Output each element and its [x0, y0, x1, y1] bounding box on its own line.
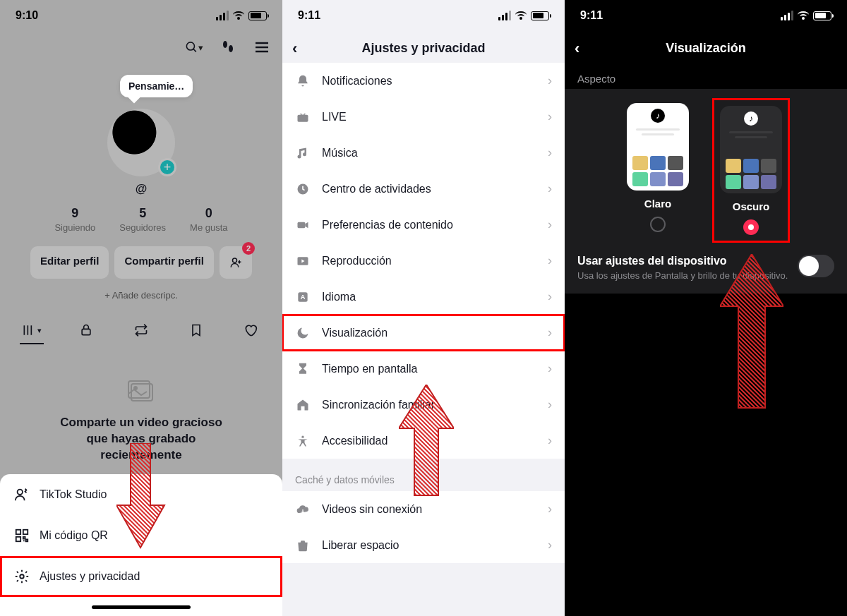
settings-item-label: Música — [322, 147, 536, 159]
bell-icon — [295, 74, 311, 88]
svg-point-2 — [229, 45, 233, 52]
wifi-icon — [798, 11, 809, 20]
tab-repost[interactable] — [114, 316, 169, 344]
add-story-icon[interactable]: + — [158, 158, 176, 176]
settings-item-cloud[interactable]: Videos sin conexión › — [282, 491, 565, 527]
section-cache-header: Caché y datos móviles — [282, 459, 565, 491]
settings-item-label: Tiempo en pantalla — [322, 363, 536, 375]
tab-private[interactable] — [59, 316, 114, 344]
settings-item-label: Idioma — [322, 291, 536, 303]
settings-item-label: Reproducción — [322, 255, 536, 267]
phone-display-screen: 9:11 ‹ Visualización Aspecto ♪ Claro ♪ — [565, 0, 847, 616]
stat-followers[interactable]: 5Seguidores — [119, 206, 166, 234]
theme-dark-preview: ♪ — [720, 106, 782, 193]
use-device-settings-row: Usar ajustes del dispositivo Usa los aju… — [565, 245, 847, 294]
hamburger-icon[interactable] — [253, 38, 271, 56]
device-settings-title: Usar ajustes del dispositivo — [577, 255, 789, 267]
svg-rect-13 — [298, 114, 308, 121]
play-icon — [295, 254, 311, 268]
theme-light-radio[interactable] — [650, 217, 666, 232]
moon-icon — [295, 326, 311, 340]
footprint-icon[interactable] — [219, 38, 237, 56]
svg-rect-15 — [298, 222, 306, 227]
settings-item-lang[interactable]: A Idioma › — [282, 279, 565, 315]
share-profile-button[interactable]: Compartir perfil — [114, 246, 214, 279]
back-button[interactable]: ‹ — [575, 40, 579, 58]
settings-item-music[interactable]: Música › — [282, 135, 565, 171]
settings-item-bell[interactable]: Notificaciones › — [282, 63, 565, 99]
settings-item-play[interactable]: Reproducción › — [282, 243, 565, 279]
clock: 9:11 — [298, 9, 320, 22]
settings-item-access[interactable]: Accesibilidad › — [282, 423, 565, 459]
bottom-sheet: TikTok Studio Mi código QR Ajustes y pri… — [0, 474, 282, 616]
chevron-right-icon: › — [548, 73, 552, 88]
theme-light-label: Claro — [644, 198, 671, 210]
chevron-right-icon: › — [548, 502, 552, 517]
settings-item-clock[interactable]: Centro de actividades › — [282, 171, 565, 207]
svg-point-1 — [223, 41, 227, 48]
music-icon — [295, 146, 311, 160]
video-icon — [295, 218, 311, 232]
wifi-icon — [233, 11, 244, 20]
chevron-right-icon: › — [548, 109, 552, 124]
settings-item-label: Videos sin conexión — [322, 503, 536, 516]
profile-actions: Editar perfil Compartir perfil 2 — [0, 246, 282, 279]
add-friends-button[interactable]: 2 — [220, 246, 252, 279]
settings-item-live[interactable]: LIVE › — [282, 99, 565, 135]
search-icon[interactable]: ▾ — [185, 38, 203, 56]
sheet-settings-privacy[interactable]: Ajustes y privacidad — [0, 556, 282, 597]
tab-liked[interactable] — [223, 316, 278, 344]
thought-bubble[interactable]: Pensamie… — [120, 75, 193, 97]
chevron-right-icon: › — [548, 253, 552, 268]
settings-item-moon[interactable]: Visualización › — [282, 315, 565, 351]
theme-light[interactable]: ♪ Claro — [627, 103, 689, 238]
back-button[interactable]: ‹ — [292, 40, 297, 58]
stat-likes[interactable]: 0Me gusta — [190, 206, 227, 234]
chevron-right-icon: › — [548, 217, 552, 232]
theme-dark[interactable]: ♪ Oscuro — [717, 103, 785, 238]
lang-icon: A — [295, 290, 311, 304]
access-icon — [295, 434, 311, 448]
settings-list: Notificaciones › LIVE › Música › Centro … — [282, 63, 565, 459]
device-settings-toggle[interactable] — [798, 255, 834, 277]
settings-item-home[interactable]: Sincronización familiar › — [282, 387, 565, 423]
profile-stats: 9Siguiendo 5Seguidores 0Me gusta — [0, 206, 282, 234]
svg-rect-10 — [23, 530, 28, 534]
battery-icon — [248, 11, 267, 20]
tab-grid[interactable]: ▾ — [4, 316, 59, 344]
svg-point-12 — [20, 574, 24, 579]
status-bar: 9:11 — [282, 0, 565, 31]
trash-icon — [295, 538, 311, 552]
cellular-icon — [498, 11, 511, 20]
sheet-tiktok-studio[interactable]: TikTok Studio — [0, 474, 282, 515]
svg-point-0 — [186, 42, 194, 50]
theme-chooser: ♪ Claro ♪ Oscuro — [565, 89, 847, 245]
sheet-qr-code[interactable]: Mi código QR — [0, 515, 282, 556]
svg-rect-4 — [83, 329, 91, 334]
stat-following[interactable]: 9Siguiendo — [54, 206, 95, 234]
tab-bookmark[interactable] — [169, 316, 224, 344]
photo-stack-icon — [124, 377, 158, 405]
tiktok-icon: ♪ — [744, 111, 758, 126]
avatar[interactable]: + — [107, 109, 175, 176]
theme-dark-label: Oscuro — [733, 200, 770, 212]
phone-profile-screen: 9:10 ▾ Pensamie… + @ 9Siguiendo 5Seguido… — [0, 0, 282, 616]
settings-item-video[interactable]: Preferencias de contenido › — [282, 207, 565, 243]
svg-text:A: A — [301, 294, 306, 301]
settings-item-trash[interactable]: Liberar espacio › — [282, 527, 565, 563]
add-description-link[interactable]: + Añade descripc. — [0, 290, 282, 301]
theme-dark-radio[interactable] — [743, 219, 759, 235]
settings-item-label: Accesibilidad — [322, 435, 536, 447]
status-bar: 9:11 — [565, 0, 847, 31]
page-title: Visualización — [666, 41, 746, 56]
chevron-right-icon: › — [548, 145, 552, 160]
edit-profile-button[interactable]: Editar perfil — [30, 246, 109, 279]
friend-request-badge: 2 — [242, 242, 255, 255]
profile-topbar: ▾ — [0, 31, 282, 64]
home-icon — [295, 398, 311, 412]
settings-item-hourglass[interactable]: Tiempo en pantalla › — [282, 351, 565, 387]
chevron-right-icon: › — [548, 397, 552, 412]
svg-rect-9 — [16, 530, 20, 534]
chevron-right-icon: › — [548, 361, 552, 376]
username: @ — [0, 182, 282, 196]
